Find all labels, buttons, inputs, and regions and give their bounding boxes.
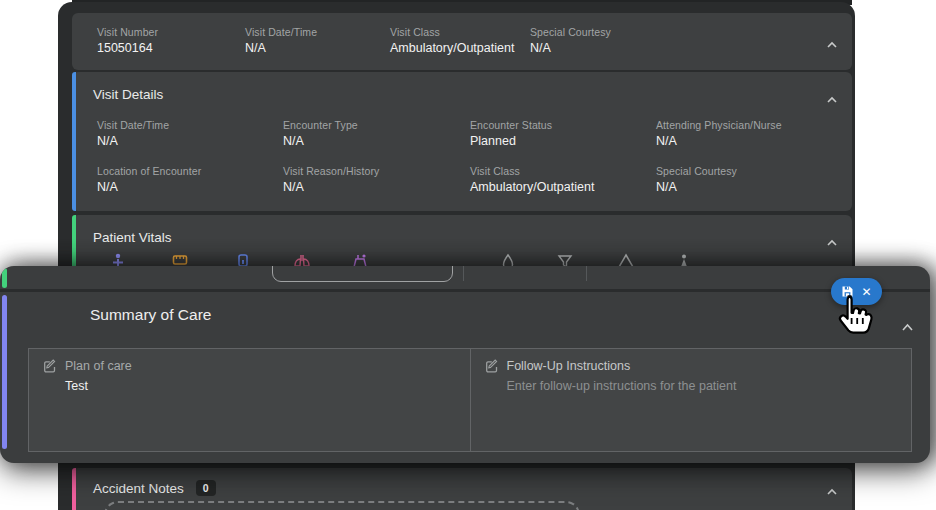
green-section-border-sliver (2, 268, 7, 288)
summary-of-care-section: Summary of Care Plan of care Test (0, 292, 930, 463)
chevron-up-icon[interactable] (826, 482, 838, 500)
field-value: N/A (283, 134, 470, 148)
column-divider (586, 266, 587, 281)
field-label: Encounter Type (283, 119, 470, 131)
field-label: Visit Date/Time (97, 119, 283, 131)
edit-icon (43, 359, 57, 373)
field-label: Visit Number (97, 26, 245, 38)
chevron-up-icon[interactable] (826, 90, 838, 108)
save-icon[interactable] (841, 285, 854, 298)
field-value: N/A (245, 41, 390, 55)
field-placeholder: Enter follow-up instructions for the pat… (507, 379, 898, 393)
field-value: N/A (283, 180, 470, 194)
edit-icon (485, 359, 499, 373)
detail-field: Visit Class Ambulatory/Outpatient (470, 165, 656, 194)
purple-section-border (2, 295, 7, 449)
field-label: Special Courtesy (530, 26, 852, 38)
visit-number-field: Visit Number 15050164 (97, 26, 245, 55)
field-value: Test (65, 379, 456, 393)
field-label: Location of Encounter (97, 165, 283, 177)
section-title: Summary of Care (90, 306, 211, 324)
field-label: Special Courtesy (656, 165, 852, 177)
field-label: Visit Class (390, 26, 530, 38)
detail-field: Encounter Type N/A (283, 119, 470, 148)
column-divider (463, 266, 464, 281)
field-value: Ambulatory/Outpatient (470, 180, 656, 194)
section-title: Accident Notes (93, 481, 184, 496)
field-value: N/A (656, 180, 852, 194)
chevron-up-icon[interactable] (901, 318, 914, 336)
save-close-button[interactable]: ✕ (831, 278, 882, 305)
visit-details-section: Visit Details Visit Date/Time N/A Encoun… (72, 72, 852, 211)
vitals-selection-outline (272, 266, 453, 282)
section-title: Patient Vitals (72, 215, 852, 245)
field-value: N/A (97, 134, 283, 148)
pink-section-border (72, 468, 76, 510)
field-value: N/A (530, 41, 852, 55)
field-value: 15050164 (97, 41, 245, 55)
visit-header-section: Visit Number 15050164 Visit Date/Time N/… (72, 13, 852, 70)
detail-field: Location of Encounter N/A (97, 165, 283, 194)
field-label: Visit Class (470, 165, 656, 177)
visit-datetime-field: Visit Date/Time N/A (245, 26, 390, 55)
detail-field: Special Courtesy N/A (656, 165, 852, 194)
field-label: Attending Physician/Nurse (656, 119, 852, 131)
field-value: Planned (470, 134, 656, 148)
special-courtesy-field: Special Courtesy N/A (530, 26, 852, 55)
accident-notes-section: Accident Notes 0 (72, 468, 852, 510)
field-label: Follow-Up Instructions (507, 359, 631, 373)
patient-visit-screen: Visit Number 15050164 Visit Date/Time N/… (0, 0, 936, 510)
blue-section-border (72, 72, 76, 211)
plan-of-care-field[interactable]: Plan of care Test (29, 349, 470, 451)
chevron-up-icon[interactable] (826, 233, 838, 251)
field-label: Plan of care (65, 359, 132, 373)
follow-up-instructions-field[interactable]: Follow-Up Instructions Enter follow-up i… (470, 349, 912, 451)
summary-of-care-overlay: Summary of Care Plan of care Test (0, 266, 930, 463)
detail-field: Visit Date/Time N/A (97, 119, 283, 148)
empty-notes-dropzone[interactable] (104, 501, 580, 510)
field-label: Encounter Status (470, 119, 656, 131)
summary-fields: Plan of care Test Follow-Up Instructions… (28, 348, 912, 452)
field-label: Visit Reason/History (283, 165, 470, 177)
field-value: N/A (97, 180, 283, 194)
field-label: Visit Date/Time (245, 26, 390, 38)
visit-class-field: Visit Class Ambulatory/Outpatient (390, 26, 530, 55)
detail-field: Visit Reason/History N/A (283, 165, 470, 194)
close-icon[interactable]: ✕ (861, 286, 871, 298)
overlay-clip: Summary of Care Plan of care Test (0, 266, 930, 463)
field-value: Ambulatory/Outpatient (390, 41, 530, 55)
count-badge: 0 (196, 480, 216, 496)
detail-field: Encounter Status Planned (470, 119, 656, 148)
chevron-up-icon[interactable] (826, 35, 838, 53)
section-title: Visit Details (72, 72, 852, 102)
field-value: N/A (656, 134, 852, 148)
detail-field: Attending Physician/Nurse N/A (656, 119, 852, 148)
